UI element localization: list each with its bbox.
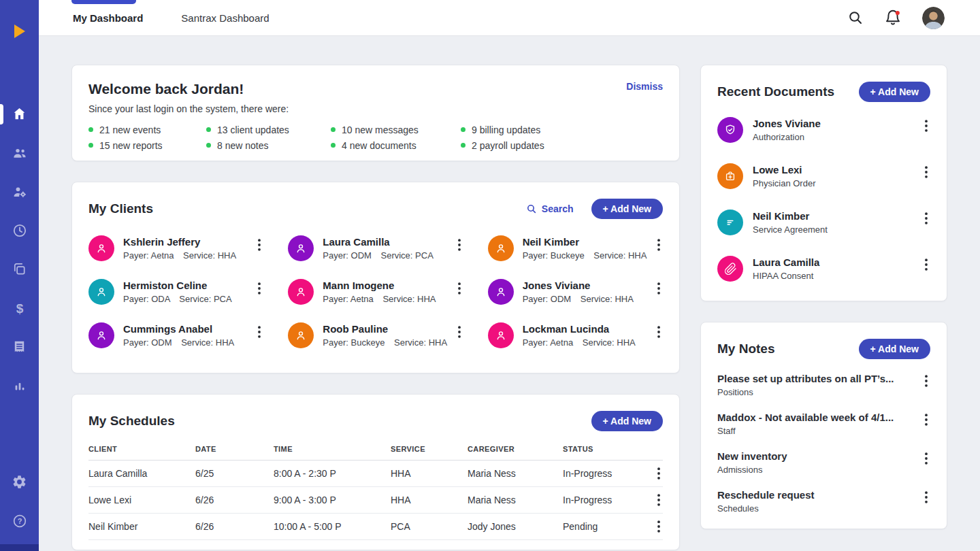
document-name[interactable]: Jones Viviane	[753, 118, 821, 129]
sidebar-item-payroll[interactable]	[0, 327, 39, 366]
document-kebab-menu[interactable]	[922, 118, 930, 133]
welcome-subtitle: Since your last login on the system, the…	[88, 103, 663, 114]
clients-search-button[interactable]: Search	[526, 203, 574, 214]
document-kebab-menu[interactable]	[922, 165, 930, 180]
search-label: Search	[542, 203, 574, 214]
schedule-kebab-menu[interactable]	[655, 466, 663, 481]
sidebar-item-documents[interactable]	[0, 250, 39, 288]
client-name[interactable]: Lockman Lucinda	[523, 323, 636, 335]
status-label: In-Progress	[563, 495, 649, 505]
sidebar-item-settings[interactable]	[0, 463, 39, 501]
client-kebab-menu[interactable]	[455, 281, 463, 296]
person-icon	[294, 241, 308, 255]
note-title[interactable]: New inventory	[717, 450, 787, 462]
stat-label: 13 client updates	[217, 124, 289, 135]
person-icon	[294, 285, 308, 299]
client-kebab-menu[interactable]	[255, 324, 263, 339]
client-card: Kshlerin Jeffery Payer: Aetna Service: H…	[88, 235, 263, 261]
person-icon	[494, 329, 508, 342]
client-name[interactable]: Cummings Anabel	[123, 323, 234, 335]
sidebar-item-caregivers[interactable]	[0, 172, 39, 211]
client-name[interactable]: Jones Viviane	[523, 280, 634, 291]
stat-label: 9 billing updates	[472, 124, 540, 135]
clients-add-new-button[interactable]: + Add New	[591, 199, 663, 219]
client-name[interactable]: Laura Camilla	[323, 236, 434, 248]
client-kebab-menu[interactable]	[455, 237, 463, 252]
client-kebab-menu[interactable]	[455, 324, 463, 339]
notifications-button[interactable]	[884, 9, 902, 27]
note-kebab-menu[interactable]	[922, 490, 930, 505]
sidebar-item-billing[interactable]: $	[0, 288, 39, 327]
sidebar-footer: ?	[0, 463, 39, 540]
document-type-badge	[717, 117, 743, 143]
col-header-time: TIME	[274, 445, 391, 453]
main-area: My Dashboard Santrax Dashboard	[39, 0, 980, 551]
client-name[interactable]: Kshlerin Jeffery	[123, 236, 236, 248]
client-kebab-menu[interactable]	[255, 237, 263, 252]
dismiss-button[interactable]: Dismiss	[626, 81, 663, 92]
document-name[interactable]: Lowe Lexi	[753, 164, 815, 176]
tab-my-dashboard[interactable]: My Dashboard	[73, 12, 143, 24]
schedule-kebab-menu[interactable]	[655, 492, 663, 507]
note-kebab-menu[interactable]	[922, 451, 930, 466]
active-tab-indicator	[71, 0, 136, 4]
kebab-icon	[657, 282, 660, 295]
person-icon	[95, 329, 108, 342]
document-kebab-menu[interactable]	[922, 257, 930, 272]
my-notes-card: My Notes + Add New Please set up attribu…	[700, 322, 947, 529]
document-type-badge	[717, 256, 743, 282]
sidebar-item-clients[interactable]	[0, 133, 39, 172]
client-kebab-menu[interactable]	[655, 324, 663, 339]
app-logo[interactable]	[14, 23, 26, 39]
sidebar-item-reports[interactable]	[0, 366, 39, 405]
document-type: HIPAA Consent	[753, 271, 819, 281]
cell-client: Laura Camilla	[88, 468, 195, 479]
dashboard-screen: $ ? My Dashboard Santrax Dashboard	[0, 0, 980, 551]
note-category: Admissions	[717, 465, 787, 475]
bell-icon	[884, 9, 902, 27]
client-kebab-menu[interactable]	[255, 281, 263, 296]
stat-label: 8 new notes	[217, 140, 269, 151]
client-kebab-menu[interactable]	[655, 281, 663, 296]
kebab-icon	[258, 239, 261, 251]
client-name[interactable]: Roob Pauline	[323, 323, 447, 335]
documents-card-title: Recent Documents	[717, 84, 834, 99]
schedule-kebab-menu[interactable]	[655, 519, 663, 534]
sidebar-nav: $	[0, 95, 39, 405]
client-name[interactable]: Mann Imogene	[323, 280, 436, 291]
note-title[interactable]: Maddox - Not available week of 4/1...	[717, 412, 894, 423]
client-name[interactable]: Neil Kimber	[523, 236, 647, 248]
document-kebab-menu[interactable]	[922, 211, 930, 226]
stat-item: 21 new events	[88, 124, 206, 135]
clock-icon	[12, 222, 28, 239]
tab-santrax-dashboard[interactable]: Santrax Dashboard	[181, 12, 269, 24]
document-name[interactable]: Laura Camilla	[753, 256, 819, 268]
note-title[interactable]: Reschedule request	[717, 489, 815, 501]
sidebar-item-help[interactable]: ?	[0, 501, 39, 540]
user-avatar[interactable]	[922, 7, 945, 29]
client-meta: Payer: ODM Service: PCA	[323, 250, 434, 261]
note-category: Schedules	[717, 503, 815, 514]
note-title[interactable]: Please set up attributes on all PT’s...	[717, 373, 894, 384]
kebab-icon	[657, 520, 660, 533]
note-kebab-menu[interactable]	[922, 412, 930, 427]
svg-text:?: ?	[17, 517, 22, 525]
client-kebab-menu[interactable]	[655, 237, 663, 252]
notes-card-title: My Notes	[717, 341, 774, 356]
notes-add-new-button[interactable]: + Add New	[859, 339, 930, 359]
kebab-icon	[657, 494, 660, 506]
note-kebab-menu[interactable]	[922, 373, 930, 388]
stat-label: 10 new messages	[342, 124, 419, 135]
client-name[interactable]: Hermiston Celine	[123, 280, 232, 291]
topbar-actions	[847, 7, 945, 29]
document-name[interactable]: Neil Kimber	[753, 210, 828, 222]
schedules-add-new-button[interactable]: + Add New	[591, 411, 663, 431]
documents-add-new-button[interactable]: + Add New	[859, 82, 930, 102]
person-icon	[294, 329, 308, 342]
search-button[interactable]	[847, 10, 864, 26]
person-icon	[95, 285, 108, 299]
kebab-icon	[258, 326, 261, 338]
sidebar-item-schedules[interactable]	[0, 211, 39, 250]
sidebar-item-home[interactable]	[0, 95, 39, 133]
kebab-icon	[657, 467, 660, 480]
